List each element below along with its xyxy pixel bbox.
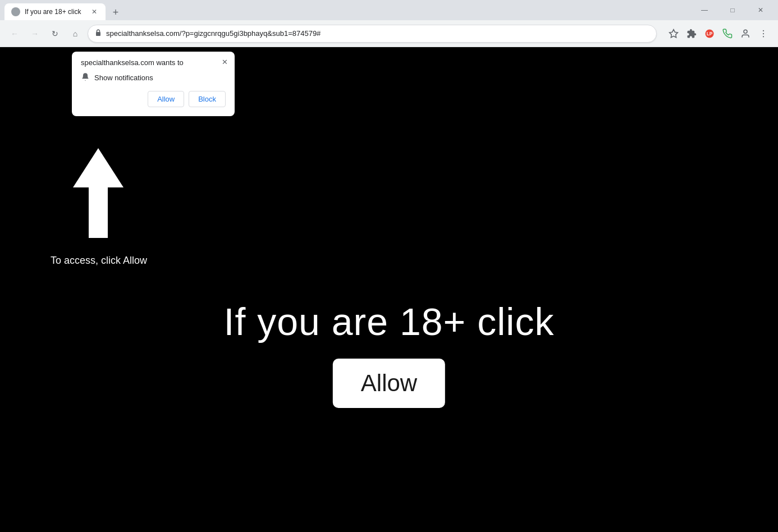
- browser-window: If you are 18+ click ✕ + — □ ✕ ← → ↻ ⌂ s…: [0, 0, 778, 532]
- refresh-button[interactable]: ↻: [47, 26, 63, 42]
- extensions-icon[interactable]: [684, 26, 699, 42]
- toolbar-icons: LP: [666, 26, 771, 42]
- close-button[interactable]: ✕: [748, 2, 774, 19]
- svg-marker-2: [670, 29, 678, 37]
- popup-allow-button[interactable]: Allow: [148, 91, 184, 107]
- back-button[interactable]: ←: [7, 26, 22, 42]
- maximize-button[interactable]: □: [720, 2, 745, 19]
- bell-icon: [81, 72, 90, 83]
- arrow-container: [73, 148, 123, 240]
- svg-point-6: [763, 30, 764, 31]
- svg-point-8: [763, 36, 764, 37]
- popup-site-text: specialthankselsa.com wants to: [81, 58, 226, 67]
- permission-text: Show notifications: [94, 74, 153, 82]
- menu-button[interactable]: [756, 26, 771, 42]
- profile-icon[interactable]: [738, 26, 753, 42]
- popup-close-button[interactable]: ✕: [219, 56, 230, 67]
- page-content: ✕ specialthankselsa.com wants to Show no…: [0, 47, 778, 532]
- popup-block-button[interactable]: Block: [189, 91, 226, 107]
- allow-button[interactable]: Allow: [333, 359, 445, 408]
- minimize-button[interactable]: —: [692, 2, 717, 19]
- arrow-up-icon: [73, 148, 123, 238]
- svg-marker-9: [73, 148, 123, 238]
- tab-title: If you are 18+ click: [25, 8, 85, 16]
- svg-point-5: [744, 30, 747, 33]
- title-bar: If you are 18+ click ✕ + — □ ✕: [0, 0, 778, 20]
- access-text: To access, click Allow: [51, 255, 147, 267]
- tab-bar: If you are 18+ click ✕ +: [4, 0, 692, 20]
- window-controls: — □ ✕: [692, 2, 774, 19]
- address-bar[interactable]: specialthankselsa.com/?p=gizgcnrqgu5gi3b…: [88, 25, 657, 43]
- forward-button[interactable]: →: [27, 26, 43, 42]
- phone-icon[interactable]: [720, 26, 735, 42]
- active-tab[interactable]: If you are 18+ click ✕: [4, 3, 106, 20]
- notification-popup: ✕ specialthankselsa.com wants to Show no…: [72, 52, 235, 116]
- home-button[interactable]: ⌂: [67, 26, 83, 42]
- main-heading: If you are 18+ click: [0, 300, 778, 343]
- svg-rect-1: [96, 32, 100, 36]
- new-tab-button[interactable]: +: [108, 4, 123, 20]
- url-text: specialthankselsa.com/?p=gizgcnrqgu5gi3b…: [106, 29, 649, 38]
- lock-icon: [95, 29, 102, 38]
- popup-permission-row: Show notifications: [81, 72, 226, 83]
- tab-favicon: [11, 7, 20, 16]
- star-button[interactable]: [666, 26, 681, 42]
- svg-text:LP: LP: [707, 31, 713, 36]
- tab-close-button[interactable]: ✕: [90, 7, 99, 16]
- svg-point-7: [763, 33, 764, 34]
- address-bar-row: ← → ↻ ⌂ specialthankselsa.com/?p=gizgcnr…: [0, 20, 778, 47]
- lastpass-icon[interactable]: LP: [702, 26, 717, 42]
- popup-buttons: Allow Block: [81, 91, 226, 107]
